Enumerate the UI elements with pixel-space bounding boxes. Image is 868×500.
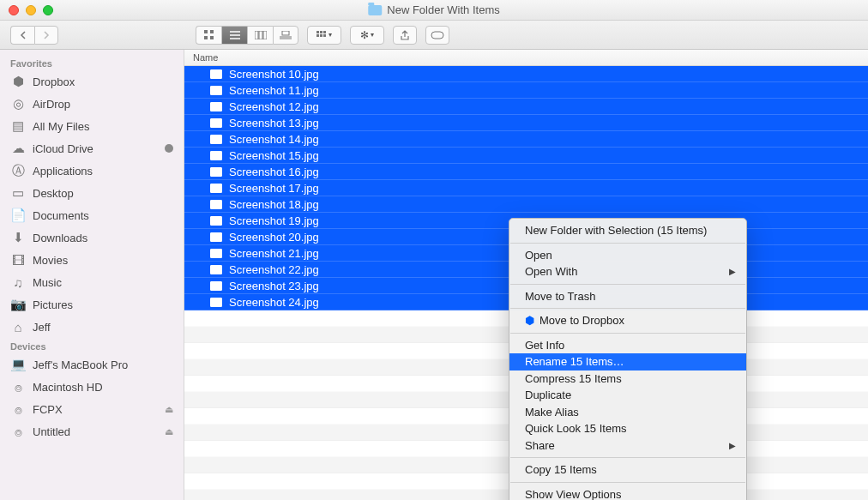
file-row[interactable]: Screenshot 16.jpg [184,164,868,180]
file-name: Screenshot 17.jpg [229,182,319,195]
context-menu-item[interactable]: Duplicate [509,387,746,404]
file-name: Screenshot 21.jpg [229,247,319,260]
context-menu-separator [510,482,745,483]
coverflow-view-button[interactable] [273,26,298,45]
file-row[interactable]: Screenshot 18.jpg [184,196,868,213]
sidebar-item[interactable]: ♫Music [0,271,184,293]
image-file-icon [210,86,222,95]
context-menu-item[interactable]: Open [509,247,746,264]
file-name: Screenshot 16.jpg [229,166,319,178]
sidebar-item[interactable]: ⌾Untitled⏏ [0,420,184,443]
sidebar-item[interactable]: ◎AirDrop [0,93,184,115]
context-menu-item[interactable]: Show View Options [509,486,746,501]
titlebar: New Folder With Items [0,0,868,21]
sidebar-item[interactable]: 💻Jeff's MacBook Pro [0,353,184,376]
context-menu-item[interactable]: Compress 15 Items [509,370,746,388]
home-icon: ⌂ [10,319,26,334]
context-menu-separator [510,308,745,309]
image-file-icon [210,184,222,193]
forward-button[interactable] [34,26,58,45]
pictures-icon: 📷 [10,297,26,312]
svg-rect-1 [210,30,214,33]
sidebar-item-label: Jeff's MacBook Pro [33,358,173,371]
sidebar-item[interactable]: 📷Pictures [0,293,184,316]
image-file-icon [210,232,222,242]
dropbox-icon: ⬢ [525,314,534,327]
context-menu-item[interactable]: Move to Trash [509,288,746,305]
downloads-icon: ⬇ [10,230,26,245]
documents-icon: 📄 [10,208,26,223]
file-row[interactable]: Screenshot 14.jpg [184,131,868,148]
share-button[interactable] [393,26,417,45]
sidebar-item[interactable]: ⬢Dropbox [0,70,184,93]
context-menu-item-label: Quick Look 15 Items [525,422,627,435]
image-file-icon [210,118,222,128]
sidebar-item[interactable]: 🎞Movies [0,249,184,271]
context-menu-item[interactable]: Get Info [509,337,746,354]
file-name: Screenshot 12.jpg [229,100,319,113]
file-name: Screenshot 24.jpg [229,296,319,309]
tags-button[interactable] [425,26,449,45]
context-menu-item[interactable]: New Folder with Selection (15 Items) [509,222,746,239]
sidebar-item-label: Music [33,276,173,289]
image-file-icon [210,151,222,160]
image-file-icon [210,216,222,226]
image-file-icon [210,298,222,307]
context-menu-item-label: Move to Trash [525,290,595,303]
svg-rect-9 [263,31,267,39]
sidebar-item-label: Downloads [33,232,173,244]
sidebar-item[interactable]: ⌾Macintosh HD [0,376,184,398]
file-row[interactable]: Screenshot 15.jpg [184,148,868,164]
sidebar-item-label: iCloud Drive [33,142,158,155]
context-menu-item[interactable]: Quick Look 15 Items [509,420,746,437]
svg-rect-19 [431,32,443,39]
sidebar-item[interactable]: ⌾FCPX⏏ [0,398,184,420]
svg-rect-8 [259,31,262,39]
context-menu-item[interactable]: Share▶ [509,437,746,455]
column-view-button[interactable] [247,26,273,45]
sidebar-item[interactable]: ▤All My Files [0,115,184,137]
icon-view-button[interactable] [196,26,221,45]
sidebar-item-label: Untitled [33,425,158,438]
action-button[interactable]: ✻▾ [350,26,384,45]
file-row[interactable]: Screenshot 13.jpg [184,115,868,131]
view-mode-buttons [196,26,298,45]
file-name: Screenshot 10.jpg [229,68,319,81]
sidebar-item[interactable]: ⬇Downloads [0,226,184,249]
sidebar-item[interactable]: 📄Documents [0,204,184,226]
context-menu-item-label: Get Info [525,339,564,352]
context-menu-item[interactable]: ⬢Move to Dropbox [509,312,746,329]
list-view-button[interactable] [221,26,247,45]
file-row[interactable]: Screenshot 17.jpg [184,180,868,196]
sidebar-item[interactable]: ⌂Jeff [0,316,184,338]
context-menu-item[interactable]: Open With▶ [509,263,746,280]
context-menu-item[interactable]: Make Alias [509,404,746,421]
svg-rect-0 [204,30,208,33]
sidebar-item[interactable]: ▭Desktop [0,182,184,204]
movies-icon: 🎞 [10,252,26,268]
close-window-button[interactable] [9,5,19,15]
column-header[interactable]: Name [184,50,868,66]
file-row[interactable]: Screenshot 11.jpg [184,82,868,99]
minimize-window-button[interactable] [26,5,36,15]
sidebar-item[interactable]: ⒶApplications [0,160,184,182]
context-menu-item-label: Open With [525,265,577,278]
file-row[interactable]: Screenshot 10.jpg [184,66,868,82]
svg-rect-10 [282,31,289,35]
nav-buttons [10,26,58,45]
context-menu-item[interactable]: Copy 15 Items [509,461,746,479]
back-button[interactable] [10,26,34,45]
file-row[interactable]: Screenshot 12.jpg [184,99,868,115]
file-name: Screenshot 23.jpg [229,280,319,292]
eject-icon[interactable]: ⏏ [165,404,173,415]
zoom-window-button[interactable] [43,5,53,15]
laptop-icon: 💻 [10,357,26,372]
arrange-button[interactable]: ▾ [307,26,341,45]
sidebar-item-label: Jeff [33,321,173,334]
desktop-icon: ▭ [10,185,26,201]
sidebar-item[interactable]: ☁iCloud Drive [0,137,184,160]
context-menu-item[interactable]: Rename 15 Items… [509,353,746,370]
image-file-icon [210,167,222,177]
window-controls [0,5,53,15]
eject-icon[interactable]: ⏏ [165,426,173,437]
